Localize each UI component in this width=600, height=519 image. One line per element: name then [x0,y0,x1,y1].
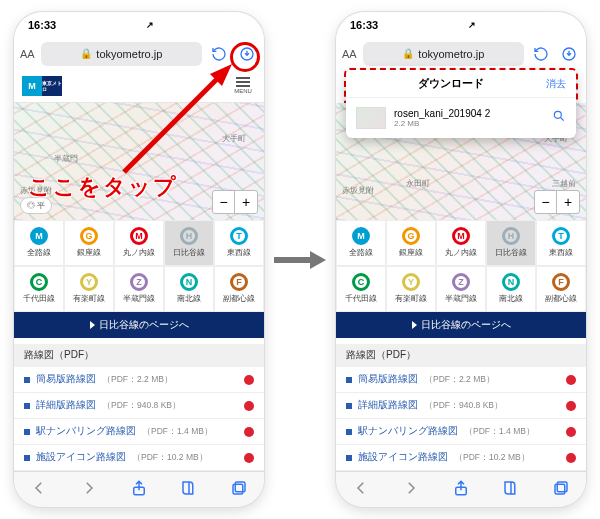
pdf-row[interactable]: 簡易版路線図（PDF：2.2 MB） [336,367,586,393]
reveal-icon[interactable] [552,109,566,127]
site-logo[interactable]: M東京メトロ [22,76,62,96]
status-bar: 16:33 ↗ [14,12,264,38]
bookmarks-button[interactable] [502,479,520,501]
downloads-clear-button[interactable]: 消去 [546,77,566,91]
zoom-control: − + [212,190,258,214]
pdf-download-icon[interactable] [244,401,254,411]
zoom-in-button[interactable]: + [235,191,257,213]
line-cell-F[interactable]: F副都心線 [536,266,586,312]
line-label: 全路線 [27,247,51,258]
reload-button[interactable] [530,43,552,65]
pdf-row[interactable]: 駅ナンバリング路線図（PDF：1.4 MB） [14,419,264,445]
route-map[interactable]: 大手町 半蔵門 赤坂見附 ◎ 平 − + [14,103,264,220]
pdf-row[interactable]: 施設アイコン路線図（PDF：10.2 MB） [336,445,586,471]
status-time: 16:33 [350,19,378,31]
back-button[interactable] [30,479,48,501]
line-icon: M [452,227,470,245]
pdf-row[interactable]: 詳細版路線図（PDF：940.8 KB） [14,393,264,419]
zoom-out-button[interactable]: − [535,191,557,213]
tabs-button[interactable] [552,479,570,501]
line-cell-T[interactable]: T東西線 [536,220,586,266]
line-label: 銀座線 [77,247,101,258]
line-cell-Z[interactable]: Z半蔵門線 [114,266,164,312]
line-cell-C[interactable]: C千代田線 [14,266,64,312]
line-cell-Y[interactable]: Y有楽町線 [386,266,436,312]
share-button[interactable] [452,479,470,501]
pdf-download-icon[interactable] [244,427,254,437]
pdf-download-icon[interactable] [566,427,576,437]
line-cell-Z[interactable]: Z半蔵門線 [436,266,486,312]
bullet-icon [346,455,352,461]
line-cell-M[interactable]: M全路線 [336,220,386,266]
menu-button[interactable]: MENU [230,73,256,99]
line-label: 副都心線 [545,293,577,304]
line-cell-G[interactable]: G銀座線 [64,220,114,266]
tabs-button[interactable] [230,479,248,501]
pdf-download-icon[interactable] [566,401,576,411]
station-label: 三越前 [552,178,576,189]
lock-icon: 🔒 [80,48,92,59]
line-icon: H [502,227,520,245]
svg-rect-9 [235,482,245,492]
line-cell-H[interactable]: H日比谷線 [486,220,536,266]
line-icon: H [180,227,198,245]
line-cta[interactable]: 日比谷線のページへ [336,312,586,338]
back-button[interactable] [352,479,370,501]
download-filename: rosen_kani_201904 2 [394,108,490,119]
line-cell-H[interactable]: H日比谷線 [164,220,214,266]
line-cell-Y[interactable]: Y有楽町線 [64,266,114,312]
station-label: 大手町 [222,133,246,144]
pdf-name: 駅ナンバリング路線図 [36,425,136,438]
bookmarks-button[interactable] [180,479,198,501]
safari-toolbar [336,471,586,507]
line-label: 半蔵門線 [445,293,477,304]
station-label: 永田町 [406,178,430,189]
bullet-icon [24,377,30,383]
line-cell-N[interactable]: N南北線 [486,266,536,312]
share-button[interactable] [130,479,148,501]
pdf-row[interactable]: 駅ナンバリング路線図（PDF：1.4 MB） [336,419,586,445]
station-label: 半蔵門 [54,153,78,164]
line-icon: N [180,273,198,291]
pdf-name: 詳細版路線図 [358,399,418,412]
status-time: 16:33 [28,19,56,31]
url-field[interactable]: 🔒 tokyometro.jp [41,42,202,66]
bullet-icon [24,455,30,461]
safari-toolbar [14,471,264,507]
pdf-download-icon[interactable] [244,453,254,463]
reload-button[interactable] [208,43,230,65]
status-bar: 16:33 ↗ [336,12,586,38]
download-item[interactable]: rosen_kani_201904 2 2.2 MB [346,98,576,138]
pdf-download-icon[interactable] [566,375,576,385]
downloads-button[interactable] [236,43,258,65]
map-chip[interactable]: ◎ 平 [20,197,52,214]
line-cell-M[interactable]: M全路線 [14,220,64,266]
reader-button[interactable]: AA [20,48,35,60]
pdf-row[interactable]: 詳細版路線図（PDF：940.8 KB） [336,393,586,419]
site-header: M東京メトロ MENU [14,69,264,103]
pdf-row[interactable]: 施設アイコン路線図（PDF：10.2 MB） [14,445,264,471]
pdf-download-icon[interactable] [244,375,254,385]
line-label: 千代田線 [345,293,377,304]
forward-button[interactable] [402,479,420,501]
pdf-name: 施設アイコン路線図 [36,451,126,464]
line-cta[interactable]: 日比谷線のページへ [14,312,264,338]
line-cell-M[interactable]: M丸ノ内線 [114,220,164,266]
pdf-name: 簡易版路線図 [358,373,418,386]
pdf-download-icon[interactable] [566,453,576,463]
zoom-in-button[interactable]: + [557,191,579,213]
cta-label: 日比谷線のページへ [99,318,189,332]
line-cell-F[interactable]: F副都心線 [214,266,264,312]
downloads-button[interactable] [558,43,580,65]
line-icon: F [552,273,570,291]
url-field[interactable]: 🔒 tokyometro.jp [363,42,524,66]
forward-button[interactable] [80,479,98,501]
line-cell-C[interactable]: C千代田線 [336,266,386,312]
line-cell-N[interactable]: N南北線 [164,266,214,312]
line-cell-M[interactable]: M丸ノ内線 [436,220,486,266]
zoom-out-button[interactable]: − [213,191,235,213]
reader-button[interactable]: AA [342,48,357,60]
line-cell-T[interactable]: T東西線 [214,220,264,266]
line-cell-G[interactable]: G銀座線 [386,220,436,266]
pdf-row[interactable]: 簡易版路線図（PDF：2.2 MB） [14,367,264,393]
